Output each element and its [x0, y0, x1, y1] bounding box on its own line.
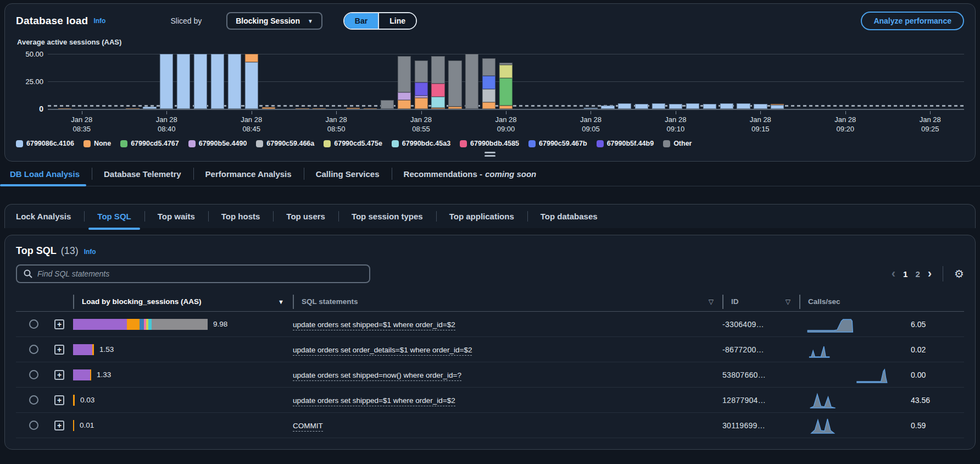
- row-radio-button[interactable]: [29, 345, 38, 354]
- chart-bar[interactable]: [381, 54, 394, 109]
- row-radio-button[interactable]: [29, 319, 38, 329]
- page-1-button[interactable]: 1: [903, 269, 907, 279]
- tab-performance-analysis[interactable]: Performance Analysis: [193, 162, 304, 186]
- sql-statement-link[interactable]: update orders set order_details=$1 where…: [293, 346, 472, 356]
- sql-statement-link[interactable]: update orders set shipped=$1 where order…: [293, 396, 455, 406]
- page-2-button[interactable]: 2: [915, 269, 920, 279]
- expand-row-button[interactable]: +: [54, 319, 64, 329]
- tab-database-telemetry[interactable]: Database Telemetry: [92, 162, 193, 186]
- chart-bar[interactable]: [245, 54, 258, 109]
- chart-bar[interactable]: [618, 54, 631, 109]
- chart-bar[interactable]: [601, 54, 614, 109]
- chart-bar[interactable]: [652, 54, 665, 109]
- chart-bar[interactable]: [194, 54, 207, 109]
- resize-handle[interactable]: [485, 152, 495, 157]
- row-radio-button[interactable]: [29, 370, 38, 379]
- database-load-info-link[interactable]: Info: [93, 17, 105, 25]
- row-radio-button[interactable]: [29, 421, 38, 430]
- id-column-header[interactable]: ID ▽: [722, 295, 799, 309]
- chart-bar[interactable]: [261, 54, 275, 109]
- filter-icon[interactable]: ▽: [786, 298, 790, 306]
- legend-swatch: [120, 140, 127, 147]
- chart-bar[interactable]: [686, 54, 699, 109]
- legend-item[interactable]: 67990c59.467b: [528, 140, 587, 147]
- chart-bar[interactable]: [177, 54, 190, 109]
- x-axis-line: [48, 109, 964, 110]
- chart-bar[interactable]: [160, 54, 173, 109]
- search-input[interactable]: [37, 269, 363, 278]
- expand-row-button[interactable]: +: [54, 395, 64, 405]
- chart-bar[interactable]: [669, 54, 682, 109]
- toggle-line-option[interactable]: Line: [378, 13, 416, 29]
- subtab-lock-analysis[interactable]: Lock Analysis: [5, 205, 84, 228]
- chart-bar[interactable]: [720, 54, 733, 109]
- legend-item[interactable]: 6799086c.4106: [16, 140, 74, 147]
- tab-db-load-analysis[interactable]: DB Load Analysis: [0, 162, 92, 186]
- chart-bar[interactable]: [58, 54, 71, 109]
- chart-bar[interactable]: [448, 54, 461, 109]
- chart-bar[interactable]: [398, 54, 411, 109]
- calls-sparkline: [799, 392, 895, 408]
- chart-bar[interactable]: [499, 54, 513, 109]
- filter-icon[interactable]: ▽: [709, 298, 714, 306]
- chart-bar[interactable]: [737, 54, 750, 109]
- subtab-top-users[interactable]: Top users: [273, 205, 338, 228]
- calls-column-header[interactable]: Calls/sec: [799, 295, 964, 309]
- sql-statement-link[interactable]: COMMIT: [293, 422, 323, 432]
- chart-bar[interactable]: [347, 54, 360, 109]
- subtab-top-session-types[interactable]: Top session types: [338, 205, 436, 228]
- previous-page-button[interactable]: ‹: [892, 268, 895, 280]
- chart-bar[interactable]: [584, 54, 597, 109]
- next-page-button[interactable]: ›: [928, 268, 932, 280]
- legend-item[interactable]: 67990b5f.44b9: [597, 140, 654, 147]
- chart-bar[interactable]: [431, 54, 444, 109]
- sql-statement-link[interactable]: update orders set shipped=now() where or…: [293, 371, 461, 381]
- expand-row-button[interactable]: +: [54, 345, 64, 355]
- subtab-top-waits[interactable]: Top waits: [144, 205, 208, 228]
- legend-label: 67990c59.467b: [539, 140, 587, 147]
- chart-bar-segment: [431, 108, 444, 109]
- load-column-header[interactable]: Load by blocking_sessions (AAS) ▼: [73, 295, 293, 309]
- load-bar: [73, 319, 208, 330]
- subtab-top-applications[interactable]: Top applications: [436, 205, 527, 228]
- legend-item[interactable]: 67990b5e.4490: [188, 140, 247, 147]
- chart-bar[interactable]: [126, 54, 139, 109]
- chart-bar[interactable]: [228, 54, 241, 109]
- tab-recommendations[interactable]: Recommendations - coming soon: [392, 162, 549, 186]
- legend-item[interactable]: 67990bdc.45a3: [392, 140, 450, 147]
- expand-row-button[interactable]: +: [54, 421, 64, 430]
- chart-bar[interactable]: [211, 54, 224, 109]
- expand-row-button[interactable]: +: [54, 370, 64, 380]
- chart-bar[interactable]: [465, 54, 478, 109]
- analyze-performance-button[interactable]: Analyze performance: [861, 12, 964, 30]
- slice-dropdown[interactable]: Blocking Session ▼: [226, 12, 322, 30]
- legend-item[interactable]: Other: [663, 140, 692, 147]
- top-sql-info-link[interactable]: Info: [84, 248, 96, 256]
- chart-bar[interactable]: [364, 54, 377, 109]
- legend-item[interactable]: 67990c59.466a: [256, 140, 314, 147]
- sql-statement-link[interactable]: update orders set shipped=$1 where order…: [293, 321, 455, 330]
- tab-calling-services[interactable]: Calling Services: [304, 162, 392, 186]
- chart-bar[interactable]: [313, 54, 326, 109]
- toggle-bar-option[interactable]: Bar: [344, 13, 378, 29]
- gear-icon[interactable]: ⚙: [954, 267, 964, 280]
- subtab-top-databases[interactable]: Top databases: [527, 205, 611, 228]
- chart-bar[interactable]: [771, 54, 784, 109]
- subtab-top-hosts[interactable]: Top hosts: [208, 205, 274, 228]
- chart-bar[interactable]: [482, 54, 495, 109]
- chart-bar[interactable]: [143, 54, 156, 109]
- legend-item[interactable]: 67990cd5.4767: [120, 140, 179, 147]
- chart-bar[interactable]: [296, 54, 309, 109]
- legend-item[interactable]: 67990cd5.475e: [324, 140, 382, 147]
- chart-bar[interactable]: [703, 54, 716, 109]
- legend-item[interactable]: None: [83, 140, 111, 147]
- subtab-top-sql[interactable]: Top SQL: [84, 205, 144, 228]
- sql-column-header[interactable]: SQL statements ▽: [293, 295, 722, 309]
- x-tick-label: Jan 2808:55: [410, 115, 432, 134]
- chart-bar[interactable]: [754, 54, 767, 109]
- sort-desc-icon[interactable]: ▼: [278, 299, 284, 305]
- chart-bar[interactable]: [635, 54, 648, 109]
- row-radio-button[interactable]: [29, 395, 38, 405]
- chart-bar[interactable]: [414, 54, 427, 109]
- legend-item[interactable]: 67990bdb.4585: [460, 140, 519, 147]
